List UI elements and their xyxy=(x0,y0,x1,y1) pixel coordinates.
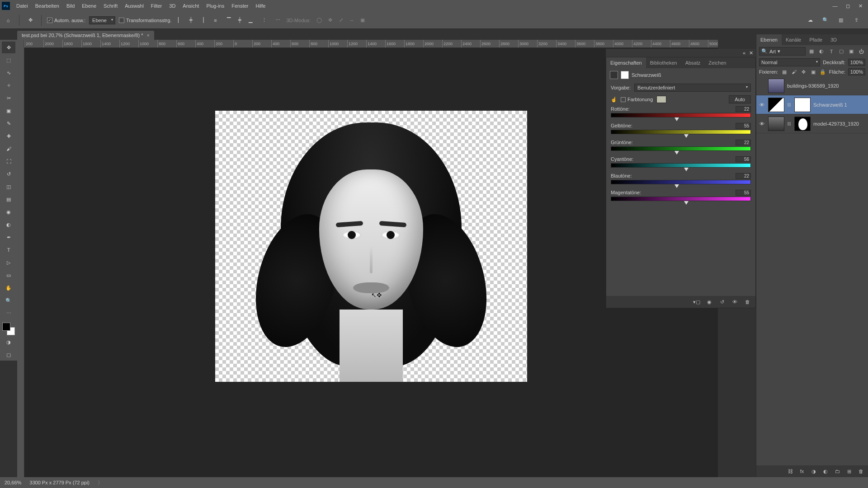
align-vcenter-icon[interactable]: ┿ xyxy=(235,15,245,25)
targeted-adjust-icon[interactable]: ☝ xyxy=(611,97,617,103)
delete-adjustment-icon[interactable]: 🗑 xyxy=(744,298,751,305)
slider-value[interactable]: 22 xyxy=(736,106,751,112)
shape-tool[interactable]: ▭ xyxy=(2,269,15,281)
tint-color-swatch[interactable] xyxy=(656,96,666,103)
filter-adjust-icon[interactable]: ◐ xyxy=(817,47,826,56)
menu-bild[interactable]: Bild xyxy=(63,0,78,12)
slider-value[interactable]: 22 xyxy=(736,140,751,145)
distribute-h-icon[interactable]: ≡ xyxy=(210,15,220,25)
window-restore-icon[interactable]: ◻ xyxy=(842,1,854,10)
layer-row[interactable]: buildings-936589_1920 xyxy=(756,76,868,95)
tab-absatz[interactable]: Absatz xyxy=(681,57,705,68)
menu-hilfe[interactable]: Hilfe xyxy=(252,0,269,12)
visibility-toggle-icon[interactable]: 👁 xyxy=(758,101,765,108)
distribute-v-icon[interactable]: ⋮ xyxy=(259,15,269,25)
menu-ansicht[interactable]: Ansicht xyxy=(179,0,203,12)
link-layers-icon[interactable]: ⛓ xyxy=(787,468,794,475)
slider-value[interactable]: 22 xyxy=(736,173,751,179)
filter-pixel-icon[interactable]: ▦ xyxy=(807,47,816,56)
align-left-icon[interactable]: ▏ xyxy=(175,15,185,25)
collapse-left-icon[interactable]: « xyxy=(743,50,745,56)
link-icon[interactable]: ⛓ xyxy=(787,122,792,126)
visibility-toggle-icon[interactable] xyxy=(758,82,765,89)
dodge-tool[interactable]: ◐ xyxy=(2,219,15,230)
window-minimize-icon[interactable]: — xyxy=(829,1,841,10)
menu-fenster[interactable]: Fenster xyxy=(228,0,252,12)
document-info[interactable]: 3300 Px x 2779 Px (72 ppi) xyxy=(29,480,90,485)
menu-ebene[interactable]: Ebene xyxy=(78,0,100,12)
slider-knob[interactable] xyxy=(684,201,689,205)
lock-pixels-icon[interactable]: 🖌 xyxy=(791,68,797,75)
eyedropper-tool[interactable]: ✎ xyxy=(2,117,15,129)
edit-toolbar-icon[interactable]: ⋯ xyxy=(2,307,15,319)
clip-to-layer-icon[interactable]: ▾▢ xyxy=(693,298,700,305)
slider-track[interactable] xyxy=(611,197,751,201)
close-tab-icon[interactable]: × xyxy=(146,33,149,38)
more-align-icon[interactable]: ⋯ xyxy=(273,15,283,25)
slider-knob[interactable] xyxy=(675,184,679,188)
layer-row[interactable]: 👁⛓Schwarzweiß 1 xyxy=(756,95,868,114)
status-more-icon[interactable]: 〉 xyxy=(98,479,103,486)
view-previous-icon[interactable]: ◉ xyxy=(706,298,713,305)
lock-all-icon[interactable]: 🔒 xyxy=(819,68,826,75)
tint-checkbox[interactable]: Farbtonung xyxy=(621,97,653,102)
slider-track[interactable] xyxy=(611,146,751,151)
history-brush-tool[interactable]: ↺ xyxy=(2,168,15,180)
mask-type-icon[interactable] xyxy=(621,71,629,79)
reset-icon[interactable]: ↺ xyxy=(718,298,726,305)
pen-tool[interactable]: ✒ xyxy=(2,231,15,243)
layer-mask-icon[interactable] xyxy=(794,98,811,112)
fill-value[interactable]: 100% xyxy=(848,68,865,75)
layer-row[interactable]: 👁⛓model-429733_1920 xyxy=(756,114,868,133)
filter-smart-icon[interactable]: ▣ xyxy=(847,47,855,56)
menu-3d[interactable]: 3D xyxy=(165,0,179,12)
eraser-tool[interactable]: ◫ xyxy=(2,181,15,192)
crop-tool[interactable]: ✂ xyxy=(2,92,15,104)
auto-select-target-dropdown[interactable]: Ebene xyxy=(89,16,115,24)
slider-value[interactable]: 56 xyxy=(736,156,751,162)
tab-pfade[interactable]: Pfade xyxy=(805,34,826,45)
menu-filter[interactable]: Filter xyxy=(147,0,165,12)
menu-plugins[interactable]: Plug-ins xyxy=(203,0,228,12)
menu-auswahl[interactable]: Auswahl xyxy=(121,0,147,12)
align-hcenter-icon[interactable]: ┿ xyxy=(186,15,196,25)
menu-datei[interactable]: Datei xyxy=(13,0,32,12)
slider-track[interactable] xyxy=(611,180,751,184)
type-tool[interactable]: T xyxy=(2,244,15,256)
document-canvas[interactable]: ↖✥ xyxy=(215,111,527,382)
lasso-tool[interactable]: ∿ xyxy=(2,67,15,79)
lock-position-icon[interactable]: ✥ xyxy=(800,68,807,75)
layer-style-icon[interactable]: fx xyxy=(798,468,806,475)
tab-ebenen[interactable]: Ebenen xyxy=(756,34,782,45)
preset-dropdown[interactable]: Benutzerdefiniert xyxy=(634,84,751,92)
cloud-docs-icon[interactable]: ☁ xyxy=(805,15,816,26)
layer-name[interactable]: Schwarzweiß 1 xyxy=(813,102,866,108)
layer-filter-type-dropdown[interactable]: 🔍 Art ▾ xyxy=(759,47,806,56)
slider-knob[interactable] xyxy=(675,151,679,155)
auto-button[interactable]: Auto xyxy=(729,95,751,103)
transform-controls-checkbox[interactable]: Transformationsstrg. xyxy=(119,18,171,23)
window-close-icon[interactable]: ✕ xyxy=(854,1,866,10)
blur-tool[interactable]: ◉ xyxy=(2,206,15,218)
quickmask-tool[interactable]: ◑ xyxy=(2,336,15,348)
layer-name[interactable]: buildings-936589_1920 xyxy=(787,83,866,89)
adjustment-type-icon[interactable] xyxy=(610,71,618,79)
add-mask-icon[interactable]: ◑ xyxy=(810,468,817,475)
slider-knob[interactable] xyxy=(675,117,679,121)
align-right-icon[interactable]: ▕ xyxy=(197,15,207,25)
layer-mask-icon[interactable] xyxy=(794,117,811,131)
blend-mode-dropdown[interactable]: Normal xyxy=(759,58,820,66)
stamp-tool[interactable]: ⛶ xyxy=(2,155,15,167)
share-icon[interactable]: ⇪ xyxy=(851,15,862,26)
path-select-tool[interactable]: ▷ xyxy=(2,257,15,268)
panel-close-icon[interactable]: ✕ xyxy=(749,50,753,56)
ruler-horizontal[interactable]: 2002000180016001400120010008006004002000… xyxy=(24,40,718,48)
new-group-icon[interactable]: 🗀 xyxy=(834,468,841,475)
gradient-tool[interactable]: ▤ xyxy=(2,193,15,205)
search-icon[interactable]: 🔍 xyxy=(820,15,831,26)
filter-toggle-icon[interactable]: ⏻ xyxy=(857,47,865,56)
filter-shape-icon[interactable]: ▢ xyxy=(837,47,845,56)
menu-bearbeiten[interactable]: Bearbeiten xyxy=(32,0,63,12)
quick-select-tool[interactable]: ✧ xyxy=(2,80,15,91)
layer-thumb-icon[interactable] xyxy=(768,98,784,112)
